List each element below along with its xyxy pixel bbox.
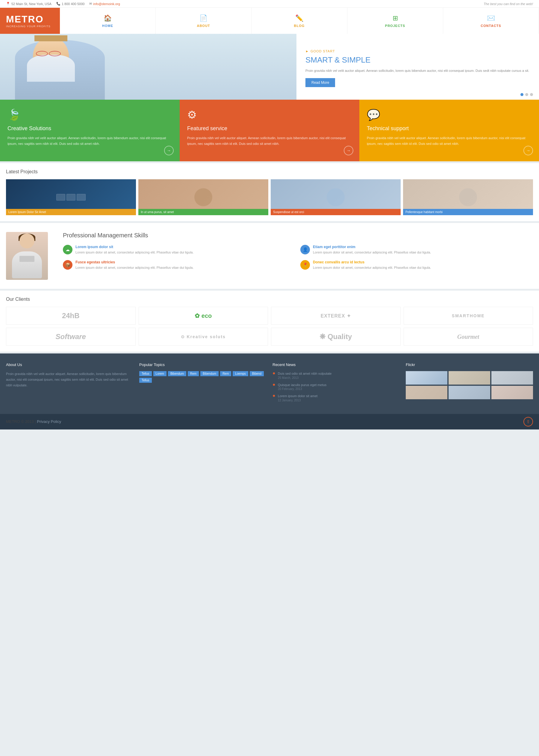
footer-tag-1[interactable]: Tellus: [139, 371, 152, 376]
main-nav: 🏠 HOME 📄 ABOUT ✏️ BLOG ⊞ PROJECTS ✉️ CON…: [60, 8, 539, 34]
project-label-4: Pellentesque habitant morbi: [403, 209, 533, 215]
news-dot-3: ●: [272, 393, 275, 398]
skill-title-3: Fusce egestas ultricies: [75, 260, 193, 264]
topbar-tagline: The best you can find on the web!: [484, 2, 533, 6]
footer-tag-5[interactable]: Bibendum: [200, 371, 219, 376]
feature-arrow-3[interactable]: →: [523, 146, 533, 155]
clients-section: Our Clients 24hB ✿ eco EXTEREX ✦ SMARTHO…: [0, 291, 539, 352]
skill-item-1: ☁ Lorem ipsum dolor sit Lorem ipsum dolo…: [63, 245, 295, 255]
feature-boxes: 🍃 Creative Solutions Proin gravida nibh …: [0, 100, 539, 161]
privacy-link[interactable]: Privacy Policy: [37, 419, 61, 424]
topbar: 📍 52 Main St, New York, USA 📞 1 800 400 …: [0, 0, 539, 8]
project-item-3[interactable]: Suspendisse ut est orci: [271, 179, 401, 215]
topbar-phone: 📞 1 800 400 5000: [56, 2, 84, 6]
footer-flickr-title: Flickr: [406, 363, 533, 367]
news-dot-2: ●: [272, 382, 275, 387]
project-label-1: Lorem Ipsum Dolor Sir Amet: [6, 209, 136, 215]
hero-read-more-button[interactable]: Read More: [305, 78, 335, 87]
dot-3[interactable]: [530, 93, 533, 96]
hero-dots: [520, 93, 533, 96]
client-logo-eco: ✿ eco: [139, 307, 268, 325]
nav-item-contacts[interactable]: ✉️ CONTACTS: [443, 8, 539, 34]
feature-arrow-2[interactable]: →: [344, 146, 353, 155]
flickr-thumb-5[interactable]: [449, 386, 490, 399]
project-item-2[interactable]: In ut urna purus, sit amet: [138, 179, 268, 215]
footer-tag-9[interactable]: Tellus: [139, 378, 152, 383]
client-logo-text-6: ⊙ Kreative soluts: [181, 334, 226, 339]
home-icon: 🏠: [104, 14, 112, 22]
feature-title-2: Featured service: [187, 125, 352, 132]
news-item-2: ● Quisque iaculis purus eget metus 20 Fe…: [272, 382, 400, 391]
topbar-email-link[interactable]: info@demoink.org: [93, 2, 120, 6]
nav-item-projects[interactable]: ⊞ PROJECTS: [347, 8, 443, 34]
blog-icon: ✏️: [295, 14, 303, 22]
flickr-thumb-4[interactable]: [406, 386, 447, 399]
news-text-3[interactable]: Lorem ipsum dolor sit amet: [278, 393, 318, 399]
client-logo-24hb: 24hB: [6, 307, 136, 325]
skill-desc-4: Lorem ipsum dolor sit amet, consectetur …: [313, 265, 431, 271]
footer-flickr: Flickr: [406, 363, 533, 405]
skill-title-4: Donec convallis arcu id lectus: [313, 260, 431, 264]
news-item-1: ● Duis sed odio sit amet nibh vulputate …: [272, 371, 400, 379]
nav-item-about[interactable]: 📄 ABOUT: [156, 8, 252, 34]
feature-box-creative: 🍃 Creative Solutions Proin gravida nibh …: [0, 100, 180, 161]
footer-tag-2[interactable]: Lorem: [153, 371, 167, 376]
project-label-2: In ut urna purus, sit amet: [138, 209, 268, 215]
news-text-2[interactable]: Quisque iaculis purus eget metus: [278, 382, 327, 387]
nav-label-contacts: CONTACTS: [481, 24, 501, 28]
footer-about-desc: Proin gravida nibh vel velit auctor aliq…: [6, 371, 133, 388]
skill-desc-2: Lorem ipsum dolor sit amet, consectetur …: [313, 250, 431, 255]
person-illustration: [8, 234, 46, 278]
skill-icon-pin: 📍: [300, 260, 310, 270]
nav-item-home[interactable]: 🏠 HOME: [60, 8, 156, 34]
leaf-icon: 🍃: [8, 109, 172, 121]
footer-topics-title: Popular Topics: [139, 363, 267, 367]
news-text-1[interactable]: Duis sed odio sit amet nibh vulputate: [278, 371, 332, 376]
footer-tag-4[interactable]: Rem: [188, 371, 199, 376]
dot-1[interactable]: [520, 93, 523, 96]
skills-person-visual: [6, 232, 48, 280]
footer-copyright: METRO © 2013 | Privacy Policy: [6, 419, 61, 424]
topbar-email: ✉ info@demoink.org: [89, 2, 120, 6]
skill-icon-person: 👤: [300, 245, 310, 254]
flickr-thumb-2[interactable]: [449, 371, 490, 384]
topbar-address: 📍 52 Main St, New York, USA: [6, 2, 51, 6]
project-item-4[interactable]: Pellentesque habitant morbi: [403, 179, 533, 215]
footer: About Us Proin gravida nibh vel velit au…: [0, 354, 539, 414]
footer-tag-8[interactable]: Bibend: [250, 371, 264, 376]
skill-desc-3: Lorem ipsum dolor sit amet, consectetur …: [75, 265, 193, 271]
feature-desc-2: Proin gravida nibh vel velit auctor aliq…: [187, 135, 352, 146]
skills-section: Professional Management Skills ☁ Lorem i…: [0, 223, 539, 289]
flickr-thumb-1[interactable]: [406, 371, 447, 384]
client-logo-text-8: Gourmet: [457, 333, 479, 340]
client-logo-text-5: Software: [56, 332, 86, 341]
chat-icon: 💬: [367, 109, 531, 121]
news-date-3: 12 January, 2013: [278, 399, 318, 402]
nav-item-blog[interactable]: ✏️ BLOG: [252, 8, 347, 34]
footer-tags: Tellus Lorem Bibendum Rem Bibendum Rem L…: [139, 371, 267, 383]
news-date-1: 25 March, 2013: [278, 376, 332, 379]
flickr-thumb-3[interactable]: [492, 371, 533, 384]
dot-2[interactable]: [525, 93, 528, 96]
skill-title-1: Lorem ipsum dolor sit: [75, 245, 193, 249]
feature-title-3: Technical support: [367, 125, 531, 132]
nav-label-blog: BLOG: [294, 24, 305, 28]
footer-tag-7[interactable]: Loemps: [233, 371, 248, 376]
skill-icon-box: 📦: [63, 260, 72, 270]
feature-arrow-1[interactable]: →: [164, 146, 174, 155]
topbar-left: 📍 52 Main St, New York, USA 📞 1 800 400 …: [6, 2, 120, 6]
projects-icon: ⊞: [393, 14, 398, 22]
nav-label-projects: PROJECTS: [385, 24, 405, 28]
scroll-to-top-button[interactable]: ⇧: [523, 417, 533, 427]
clients-title: Our Clients: [6, 297, 533, 302]
footer-tag-6[interactable]: Rem: [220, 371, 231, 376]
latest-projects-title: Latest Projects: [6, 169, 533, 174]
client-logo-text-4: SMARTHOME: [452, 313, 485, 318]
footer-tag-3[interactable]: Bibendum: [168, 371, 186, 376]
hero-image: [0, 34, 296, 100]
hero-background: [0, 34, 296, 100]
project-item-1[interactable]: Lorem Ipsum Dolor Sir Amet: [6, 179, 136, 215]
flickr-thumb-6[interactable]: [492, 386, 533, 399]
client-logo-text-7: ❋ Quality: [320, 332, 352, 341]
skill-title-2: Etiam eget porttitor enim: [313, 245, 431, 249]
